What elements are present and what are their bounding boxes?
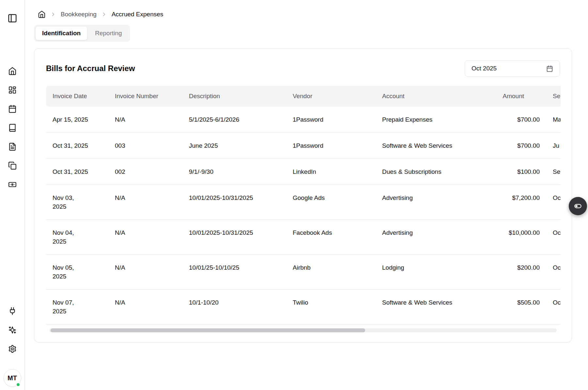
chevron-right-icon bbox=[50, 11, 56, 17]
column-header-description: Description bbox=[182, 86, 286, 107]
table-cell: Nov 07, 2025 bbox=[46, 290, 108, 324]
table-cell: N/A bbox=[108, 220, 182, 254]
online-status-dot bbox=[16, 382, 20, 387]
file-text-icon bbox=[8, 142, 17, 151]
breadcrumb-item-bookkeeping[interactable]: Bookkeeping bbox=[61, 11, 97, 18]
sidebar-item-ai-assistant[interactable] bbox=[5, 323, 20, 337]
column-header-account: Account bbox=[376, 86, 489, 107]
table-cell: $700.00 bbox=[489, 133, 546, 158]
table-row[interactable]: Oct 31, 20250029/1/-9/30LinkedInDues & S… bbox=[46, 159, 561, 185]
table-row[interactable]: Nov 05, 2025N/A10/01/25-10/10/25AirbnbLo… bbox=[46, 255, 561, 290]
table-header: Invoice DateInvoice NumberDescriptionVen… bbox=[46, 86, 561, 107]
table-cell: Oc bbox=[546, 185, 561, 219]
table-cell: June 2025 bbox=[182, 133, 286, 158]
table-cell: $700.00 bbox=[489, 107, 546, 132]
table-cell: $7,200.00 bbox=[489, 185, 546, 219]
table-row[interactable]: Nov 07, 2025N/A10/1-10/20TwilioSoftware … bbox=[46, 290, 561, 324]
sidebar-item-home[interactable] bbox=[5, 64, 20, 78]
breadcrumb-home-link[interactable] bbox=[38, 10, 46, 18]
column-header-invoice-number: Invoice Number bbox=[108, 86, 182, 107]
table-cell: 002 bbox=[108, 159, 182, 185]
sidebar: MT bbox=[0, 0, 25, 390]
calendar-icon bbox=[8, 105, 17, 113]
table-cell: N/A bbox=[108, 185, 182, 219]
table-cell: Oct 31, 2025 bbox=[46, 133, 108, 158]
table-cell: $505.00 bbox=[489, 290, 546, 324]
sidebar-item-payments[interactable] bbox=[5, 177, 20, 192]
table-cell: Ju bbox=[546, 133, 561, 158]
book-icon bbox=[8, 124, 17, 132]
column-header-invoice-date: Invoice Date bbox=[46, 86, 108, 107]
period-selector-button[interactable]: Oct 2025 bbox=[465, 60, 560, 77]
sidebar-item-calendar[interactable] bbox=[5, 102, 20, 116]
table-cell: 003 bbox=[108, 133, 182, 158]
table-cell: 5/1/2025-6/1/2026 bbox=[182, 107, 286, 132]
table-cell: 1Password bbox=[286, 133, 376, 158]
table-cell: $10,000.00 bbox=[489, 220, 546, 254]
table-cell: Twilio bbox=[286, 290, 376, 324]
dashboard-grid-icon bbox=[8, 86, 17, 94]
table-cell: Se bbox=[546, 159, 561, 185]
table-cell: 1Password bbox=[286, 107, 376, 132]
table-cell: Facebook Ads bbox=[286, 220, 376, 254]
table-cell: Oct 31, 2025 bbox=[46, 159, 108, 185]
table-cell: 10/01/2025-10/31/2025 bbox=[182, 185, 286, 219]
table-cell: Nov 04, 2025 bbox=[46, 220, 108, 254]
table-cell: N/A bbox=[108, 107, 182, 132]
table-cell: 10/01/25-10/10/25 bbox=[182, 255, 286, 289]
sidebar-item-integrations[interactable] bbox=[5, 304, 20, 318]
sidebar-item-ledger[interactable] bbox=[5, 121, 20, 135]
banknote-icon bbox=[8, 180, 17, 189]
tab-identification[interactable]: Identification bbox=[36, 26, 87, 40]
home-icon bbox=[8, 67, 17, 75]
table-cell: Ma bbox=[546, 107, 561, 132]
table-cell: 10/01/2025-10/31/2025 bbox=[182, 220, 286, 254]
table-cell: Google Ads bbox=[286, 185, 376, 219]
table-cell: Dues & Subscriptions bbox=[376, 159, 489, 185]
table-row[interactable]: Apr 15, 2025N/A5/1/2025-6/1/20261Passwor… bbox=[46, 107, 561, 133]
home-icon bbox=[38, 10, 46, 18]
column-header-se: Se bbox=[546, 86, 561, 107]
table-cell: 10/1-10/20 bbox=[182, 290, 286, 324]
table-cell: Oc bbox=[546, 220, 561, 254]
sidebar-toggle-button[interactable] bbox=[5, 11, 20, 25]
card-header: Bills for Accrual Review Oct 2025 bbox=[46, 60, 560, 77]
table-cell: Oc bbox=[546, 255, 561, 289]
scrollbar-thumb[interactable] bbox=[51, 328, 365, 332]
table-cell: Advertising bbox=[376, 185, 489, 219]
breadcrumb-item-current: Accrued Expenses bbox=[112, 11, 163, 18]
table-cell: Prepaid Expenses bbox=[376, 107, 489, 132]
tab-reporting[interactable]: Reporting bbox=[88, 26, 128, 40]
table-row[interactable]: Oct 31, 2025003June 20251PasswordSoftwar… bbox=[46, 133, 561, 159]
sidebar-item-settings[interactable] bbox=[5, 342, 20, 356]
main-content: Bookkeeping Accrued Expenses Identificat… bbox=[25, 0, 588, 390]
copy-icon bbox=[8, 161, 17, 170]
table-cell: Apr 15, 2025 bbox=[46, 107, 108, 132]
sidebar-item-documents[interactable] bbox=[5, 140, 20, 154]
toggle-icon bbox=[574, 202, 582, 210]
table-cell: $100.00 bbox=[489, 159, 546, 185]
avatar-initials: MT bbox=[8, 374, 17, 382]
sidebar-nav bbox=[5, 64, 20, 192]
table-cell: $200.00 bbox=[489, 255, 546, 289]
sidebar-item-dashboard[interactable] bbox=[5, 83, 20, 97]
table-body: Apr 15, 2025N/A5/1/2025-6/1/20261Passwor… bbox=[46, 107, 561, 324]
breadcrumb: Bookkeeping Accrued Expenses bbox=[38, 8, 588, 20]
floating-action-button[interactable] bbox=[569, 197, 587, 215]
table-row[interactable]: Nov 04, 2025N/A10/01/2025-10/31/2025Face… bbox=[46, 220, 561, 255]
table-cell: LinkedIn bbox=[286, 159, 376, 185]
sidebar-item-copies[interactable] bbox=[5, 158, 20, 173]
table-cell: Airbnb bbox=[286, 255, 376, 289]
gear-icon bbox=[8, 345, 17, 353]
column-header-vendor: Vendor bbox=[286, 86, 376, 107]
table-cell: N/A bbox=[108, 290, 182, 324]
panel-left-icon bbox=[8, 13, 17, 23]
sidebar-bottom-group: MT bbox=[4, 304, 21, 387]
table-row[interactable]: Nov 03, 2025N/A10/01/2025-10/31/2025Goog… bbox=[46, 185, 561, 220]
table-cell: Software & Web Services bbox=[376, 290, 489, 324]
calendar-icon bbox=[546, 65, 553, 72]
table-cell: Oc bbox=[546, 290, 561, 324]
bills-card: Bills for Accrual Review Oct 2025 Invoic… bbox=[34, 48, 572, 342]
avatar[interactable]: MT bbox=[4, 369, 21, 387]
horizontal-scrollbar[interactable] bbox=[49, 328, 557, 332]
